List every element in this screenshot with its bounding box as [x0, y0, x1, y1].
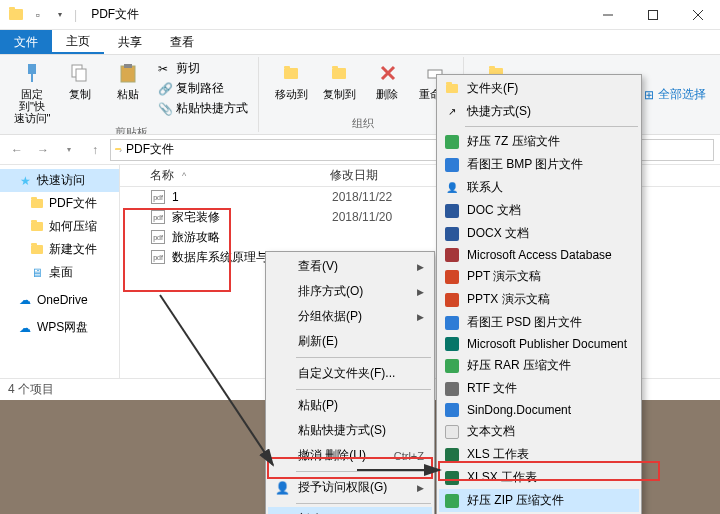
ctx-group[interactable]: 分组依据(P)▶ — [268, 304, 432, 329]
share-icon: 👤 — [274, 480, 290, 496]
moveto-icon — [277, 60, 305, 86]
xlsx-icon — [444, 470, 460, 486]
folder-icon — [30, 220, 44, 234]
star-icon: ★ — [18, 174, 32, 188]
chevron-right-icon: ▶ — [397, 262, 424, 272]
ctx-paste[interactable]: 粘贴(P) — [268, 393, 432, 418]
tab-share[interactable]: 共享 — [104, 30, 156, 54]
sub-publisher[interactable]: Microsoft Publisher Document — [439, 334, 639, 354]
chevron-up-icon: ^ — [182, 171, 186, 181]
nav-history-dropdown[interactable]: ▾ — [58, 139, 80, 161]
archive-icon — [444, 493, 460, 509]
cut-button[interactable]: ✂剪切 — [154, 59, 252, 78]
sidebar-item-newfolder[interactable]: 新建文件 — [0, 238, 119, 261]
separator — [465, 126, 638, 127]
ribbon-tabs: 文件 主页 共享 查看 — [0, 30, 720, 55]
svg-rect-9 — [124, 64, 132, 68]
delete-icon — [373, 60, 401, 86]
copyto-button[interactable]: 复制到 — [317, 57, 361, 100]
ctx-new[interactable]: 新建(W)▶ — [268, 507, 432, 514]
sub-zip[interactable]: 好压 ZIP 压缩文件 — [439, 489, 639, 512]
pptx-icon — [444, 292, 460, 308]
sub-ppt[interactable]: PPT 演示文稿 — [439, 265, 639, 288]
sidebar-item-desktop[interactable]: 🖥桌面 — [0, 261, 119, 284]
ctx-undo[interactable]: 撤消 删除(U)Ctrl+Z — [268, 443, 432, 468]
doc-icon — [444, 203, 460, 219]
access-icon — [444, 247, 460, 263]
cloud-icon: ☁ — [18, 293, 32, 307]
shortcut-icon: 📎 — [158, 102, 172, 116]
nav-forward[interactable]: → — [32, 139, 54, 161]
svg-rect-8 — [121, 66, 135, 82]
sub-shortcut[interactable]: ↗快捷方式(S) — [439, 100, 639, 123]
copy-button[interactable]: 复制 — [58, 57, 102, 100]
ctx-sort[interactable]: 排序方式(O)▶ — [268, 279, 432, 304]
tab-home[interactable]: 主页 — [52, 30, 104, 54]
nav-up[interactable]: ↑ — [84, 139, 106, 161]
tab-view[interactable]: 查看 — [156, 30, 208, 54]
ctx-pasteshortcut[interactable]: 粘贴快捷方式(S) — [268, 418, 432, 443]
organize-group-label: 组织 — [352, 115, 374, 132]
sub-folder[interactable]: 文件夹(F) — [439, 77, 639, 100]
desktop-icon: 🖥 — [30, 266, 44, 280]
sub-xls[interactable]: XLS 工作表 — [439, 443, 639, 466]
sub-access[interactable]: Microsoft Access Database — [439, 245, 639, 265]
archive-icon — [444, 134, 460, 150]
moveto-button[interactable]: 移动到 — [269, 57, 313, 100]
folder-icon — [30, 243, 44, 257]
pdf-icon: pdf — [150, 249, 166, 265]
text-icon — [444, 424, 460, 440]
sub-rar[interactable]: 好压 RAR 压缩文件 — [439, 354, 639, 377]
copypath-button[interactable]: 🔗复制路径 — [154, 79, 252, 98]
delete-button[interactable]: 删除 — [365, 57, 409, 100]
ctx-customize[interactable]: 自定义文件夹(F)... — [268, 361, 432, 386]
sidebar-item-onedrive[interactable]: ☁OneDrive — [0, 290, 119, 310]
sidebar-item-pdf[interactable]: PDF文件 — [0, 192, 119, 215]
sub-psd[interactable]: 看图王 PSD 图片文件 — [439, 311, 639, 334]
qat-save-icon[interactable]: ▫ — [30, 7, 46, 23]
sub-pptx[interactable]: PPTX 演示文稿 — [439, 288, 639, 311]
maximize-button[interactable] — [630, 0, 675, 30]
scissors-icon: ✂ — [158, 62, 172, 76]
paste-button[interactable]: 粘贴 — [106, 57, 150, 100]
col-name[interactable]: 名称^ — [150, 167, 330, 184]
path-icon: 🔗 — [158, 82, 172, 96]
pin-quickaccess-button[interactable]: 固定到"快 速访问" — [10, 57, 54, 124]
sub-sindong[interactable]: SinDong.Document — [439, 400, 639, 420]
sidebar-item-quickaccess[interactable]: ★快速访问 — [0, 169, 119, 192]
folder-icon — [30, 197, 44, 211]
chevron-right-icon: ▶ — [397, 287, 424, 297]
doc-icon — [444, 402, 460, 418]
sub-contact[interactable]: 👤联系人 — [439, 176, 639, 199]
sub-7z[interactable]: 好压 7Z 压缩文件 — [439, 130, 639, 153]
separator — [296, 357, 431, 358]
separator — [296, 503, 431, 504]
svg-rect-1 — [648, 10, 657, 19]
folder-icon — [8, 7, 24, 23]
ctx-grant[interactable]: 👤授予访问权限(G)▶ — [268, 475, 432, 500]
ctx-view[interactable]: 查看(V)▶ — [268, 254, 432, 279]
breadcrumb-item[interactable]: PDF文件 — [126, 141, 174, 158]
sub-bmp[interactable]: 看图王 BMP 图片文件 — [439, 153, 639, 176]
ctx-refresh[interactable]: 刷新(E) — [268, 329, 432, 354]
sub-txt[interactable]: 文本文档 — [439, 420, 639, 443]
pdf-icon: pdf — [150, 229, 166, 245]
pasteshortcut-button[interactable]: 📎粘贴快捷方式 — [154, 99, 252, 118]
contact-icon: 👤 — [444, 180, 460, 196]
sub-doc[interactable]: DOC 文档 — [439, 199, 639, 222]
minimize-button[interactable] — [585, 0, 630, 30]
nav-back[interactable]: ← — [6, 139, 28, 161]
close-button[interactable] — [675, 0, 720, 30]
sub-rtf[interactable]: RTF 文件 — [439, 377, 639, 400]
col-date[interactable]: 修改日期 — [330, 167, 378, 184]
sub-xlsx[interactable]: XLSX 工作表 — [439, 466, 639, 489]
selectall-button[interactable]: ⊞全部选择 — [640, 61, 710, 128]
ppt-icon — [444, 269, 460, 285]
sub-docx[interactable]: DOCX 文档 — [439, 222, 639, 245]
qat-dropdown-icon[interactable]: ▾ — [52, 7, 68, 23]
sidebar-item-compress[interactable]: 如何压缩 — [0, 215, 119, 238]
tab-file[interactable]: 文件 — [0, 30, 52, 54]
pdf-icon: pdf — [150, 189, 166, 205]
sidebar-item-wps[interactable]: ☁WPS网盘 — [0, 316, 119, 339]
copy-icon — [66, 60, 94, 86]
